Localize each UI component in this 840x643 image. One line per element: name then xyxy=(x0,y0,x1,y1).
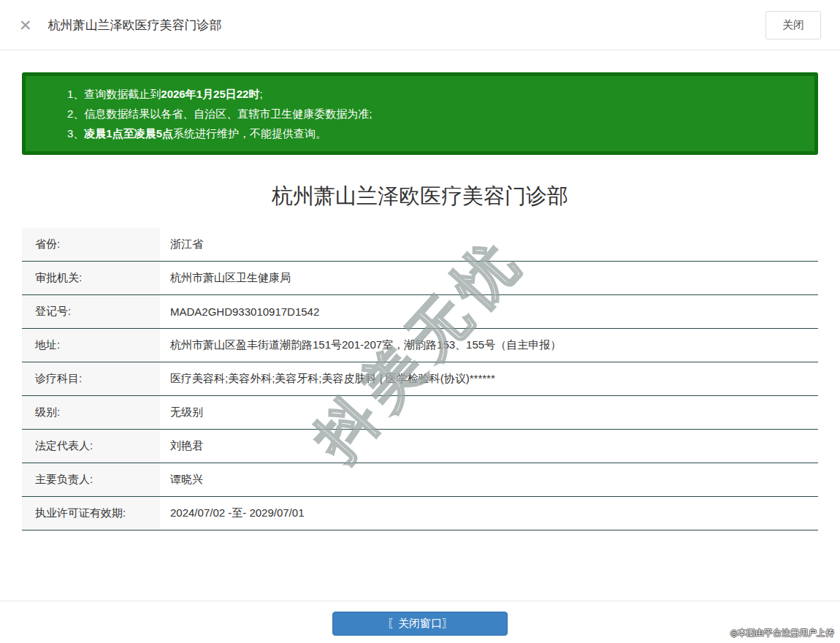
top-bar: ✕ 杭州萧山兰泽欧医疗美容门诊部 关闭 xyxy=(0,0,840,50)
page: ✕ 杭州萧山兰泽欧医疗美容门诊部 关闭 1、查询数据截止到2026年1月25日2… xyxy=(0,0,840,643)
table-row-main-person-in-charge: 主要负责人: 谭晓兴 xyxy=(22,463,818,497)
field-value: 杭州市萧山区盈丰街道潮韵路151号201-207室，潮韵路153、155号（自主… xyxy=(160,329,818,362)
notice-text: 系统进行维护，不能提供查询。 xyxy=(173,127,327,140)
notice-num: 3、 xyxy=(67,127,84,140)
table-row-legal-representative: 法定代表人: 刘艳君 xyxy=(22,430,818,463)
field-label: 级别: xyxy=(22,396,160,429)
notice-text: ; xyxy=(259,88,262,100)
field-value: 医疗美容科;美容外科;美容牙科;美容皮肤科 | 医学检验科(协议)****** xyxy=(160,362,818,395)
field-value: 2024/07/02 -至- 2029/07/01 xyxy=(160,497,818,530)
field-value: 浙江省 xyxy=(160,228,818,261)
field-label: 审批机关: xyxy=(22,262,160,294)
table-row-address: 地址: 杭州市萧山区盈丰街道潮韵路151号201-207室，潮韵路153、155… xyxy=(22,329,818,362)
field-label: 执业许可证有效期: xyxy=(22,497,160,530)
field-value: 刘艳君 xyxy=(160,430,818,463)
notice-line-2: 2、信息数据结果以各省、自治区、直辖市卫生健康委数据为准; xyxy=(67,104,800,123)
close-button[interactable]: 关闭 xyxy=(765,11,821,39)
field-label: 地址: xyxy=(22,329,160,362)
notice-line-1: 1、查询数据截止到2026年1月25日22时; xyxy=(67,84,800,104)
page-title: 杭州萧山兰泽欧医疗美容门诊部 xyxy=(0,182,840,211)
notice-line-3: 3、凌晨1点至凌晨5点系统进行维护，不能提供查询。 xyxy=(67,123,800,143)
table-row-license-validity: 执业许可证有效期: 2024/07/02 -至- 2029/07/01 xyxy=(22,497,818,530)
notice-banner: 1、查询数据截止到2026年1月25日22时; 2、信息数据结果以各省、自治区、… xyxy=(22,72,818,155)
footer-bar: 〖关闭窗口〗 xyxy=(0,601,840,643)
close-window-button[interactable]: 〖关闭窗口〗 xyxy=(332,612,508,636)
notice-text: 信息数据结果以各省、自治区、直辖市卫生健康委数据为准; xyxy=(84,107,372,120)
field-label: 登记号: xyxy=(22,295,160,328)
table-row-registration-number: 登记号: MADA2GHD933010917D1542 xyxy=(22,295,818,329)
table-row-level: 级别: 无级别 xyxy=(22,396,818,430)
field-label: 省份: xyxy=(22,228,160,261)
info-table: 省份: 浙江省 审批机关: 杭州市萧山区卫生健康局 登记号: MADA2GHD9… xyxy=(22,228,818,530)
notice-num: 2、 xyxy=(67,107,84,120)
field-value: 杭州市萧山区卫生健康局 xyxy=(160,262,818,294)
field-value: 谭晓兴 xyxy=(160,463,818,496)
field-label: 主要负责人: xyxy=(22,463,160,496)
close-icon[interactable]: ✕ xyxy=(19,18,32,33)
field-value: MADA2GHD933010917D1542 xyxy=(160,295,818,328)
field-value: 无级别 xyxy=(160,396,818,429)
field-label: 法定代表人: xyxy=(22,430,160,463)
window-title: 杭州萧山兰泽欧医疗美容门诊部 xyxy=(48,17,765,34)
notice-bold-text: 凌晨1点至凌晨5点 xyxy=(84,127,173,140)
field-label: 诊疗科目: xyxy=(22,362,160,395)
upload-attribution: ◎本图由平台注册用户上传 xyxy=(730,627,834,639)
notice-bold-text: 2026年1月25日22时 xyxy=(161,88,259,100)
notice-text: 查询数据截止到 xyxy=(84,88,161,100)
table-row-province: 省份: 浙江省 xyxy=(22,228,818,262)
notice-num: 1、 xyxy=(67,88,84,100)
table-row-approval-authority: 审批机关: 杭州市萧山区卫生健康局 xyxy=(22,262,818,295)
table-row-medical-subjects: 诊疗科目: 医疗美容科;美容外科;美容牙科;美容皮肤科 | 医学检验科(协议)*… xyxy=(22,362,818,396)
